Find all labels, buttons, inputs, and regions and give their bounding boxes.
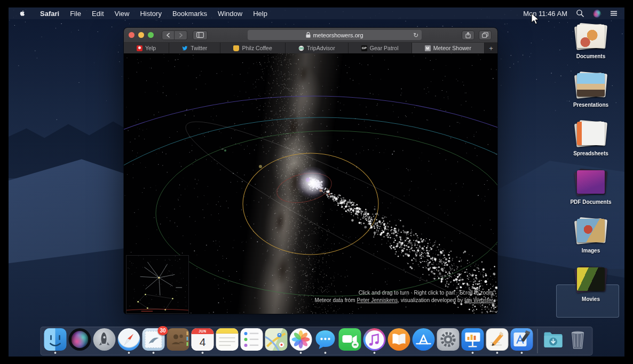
dock-books[interactable] bbox=[387, 328, 412, 354]
running-indicator bbox=[521, 352, 523, 354]
dock-calendar[interactable]: JUN4 bbox=[191, 328, 215, 354]
dock-finder[interactable] bbox=[43, 328, 68, 354]
stack-pdf-documents[interactable]: PDF Documents bbox=[561, 167, 620, 216]
lock-icon bbox=[306, 32, 311, 38]
tab-philz-coffee[interactable]: Philz Coffee bbox=[220, 43, 286, 53]
stack-presentations[interactable]: Presentations bbox=[561, 70, 620, 118]
back-button[interactable] bbox=[162, 30, 175, 40]
finder-icon bbox=[44, 328, 67, 351]
menu-item-file[interactable]: File bbox=[65, 10, 86, 18]
dock-safari[interactable] bbox=[117, 328, 141, 354]
stack-documents-icon bbox=[575, 22, 607, 50]
keynote-icon bbox=[462, 328, 484, 351]
dock-trash[interactable] bbox=[566, 328, 590, 354]
stack-images[interactable]: Images bbox=[561, 216, 620, 264]
controls-hint: Click and drag to turn · Right click to … bbox=[315, 289, 493, 297]
menu-item-history[interactable]: History bbox=[134, 10, 167, 18]
launchpad-icon bbox=[93, 328, 116, 351]
minimize-window-button[interactable] bbox=[138, 32, 144, 38]
forward-button[interactable] bbox=[175, 30, 187, 40]
dock-xcode[interactable] bbox=[510, 328, 534, 354]
tab-overview-button[interactable] bbox=[479, 30, 492, 40]
new-tab-button[interactable]: + bbox=[485, 43, 497, 53]
appstore-icon bbox=[413, 328, 435, 351]
notification-center-icon[interactable] bbox=[610, 9, 618, 18]
running-indicator bbox=[300, 352, 302, 354]
dock-pages[interactable] bbox=[485, 328, 510, 354]
siri-icon[interactable] bbox=[593, 10, 601, 18]
menu-bar-status: Mon 11:46 AM bbox=[523, 9, 618, 18]
messages-icon bbox=[314, 328, 337, 351]
menu-item-bookmarks[interactable]: Bookmarks bbox=[167, 10, 212, 18]
dock-mail-badge: 30 bbox=[157, 326, 168, 335]
running-indicator bbox=[128, 352, 130, 354]
tab-twitter[interactable]: Twitter bbox=[169, 43, 220, 53]
stack-spreadsheets[interactable]: Spreadsheets bbox=[561, 118, 620, 167]
dock-messages[interactable] bbox=[313, 328, 338, 354]
music-icon bbox=[363, 328, 386, 351]
sidebar-button[interactable] bbox=[193, 30, 208, 40]
stack-movies[interactable]: Movies bbox=[561, 264, 620, 313]
tab-meteor-shower[interactable]: MMeteor Shower bbox=[412, 43, 485, 53]
dock-maps[interactable] bbox=[264, 328, 289, 354]
dock-downloads[interactable] bbox=[541, 328, 566, 354]
menu-item-window[interactable]: Window bbox=[212, 10, 248, 18]
address-bar[interactable]: meteorshowers.org ↻ bbox=[248, 30, 422, 40]
credit-link-jenniskens[interactable]: Peter Jenniskens bbox=[357, 297, 398, 303]
stack-presentations-icon bbox=[575, 71, 607, 99]
tab-yelp[interactable]: ✱Yelp bbox=[124, 43, 169, 53]
pages-icon bbox=[486, 328, 509, 351]
running-indicator bbox=[472, 352, 474, 354]
dock: 30JUN4 bbox=[41, 327, 593, 355]
dock-contacts[interactable] bbox=[166, 328, 191, 354]
credit-link-webster[interactable]: Ian Webster bbox=[464, 297, 493, 303]
meteor-visualization[interactable]: Click and drag to turn · Right click to … bbox=[124, 53, 497, 314]
dock-reminders[interactable] bbox=[240, 328, 264, 354]
menu-item-view[interactable]: View bbox=[109, 10, 135, 18]
toolbar-right-buttons bbox=[462, 30, 492, 40]
tab-gear-patrol[interactable]: GPGear Patrol bbox=[349, 43, 412, 53]
menu-item-edit[interactable]: Edit bbox=[86, 10, 109, 18]
share-button[interactable] bbox=[462, 30, 474, 40]
nav-buttons bbox=[162, 30, 187, 40]
reload-icon[interactable]: ↻ bbox=[413, 32, 418, 38]
reminders-icon bbox=[241, 328, 263, 351]
stack-documents[interactable]: Documents bbox=[561, 21, 620, 70]
dock-facetime[interactable] bbox=[338, 328, 362, 354]
search-icon[interactable] bbox=[576, 9, 584, 18]
facetime-icon bbox=[339, 328, 361, 351]
dock-keynote[interactable] bbox=[461, 328, 485, 354]
stack-images-icon bbox=[575, 217, 607, 244]
dock-notes[interactable] bbox=[215, 328, 240, 354]
radiant-star-map bbox=[126, 255, 189, 314]
safari-icon bbox=[118, 328, 140, 351]
desktop-root: SafariFileEditViewHistoryBookmarksWindow… bbox=[0, 0, 633, 364]
zoom-window-button[interactable] bbox=[148, 32, 154, 38]
menu-clock[interactable]: Mon 11:46 AM bbox=[523, 10, 567, 18]
philz-favicon bbox=[233, 45, 239, 51]
tab-label: Meteor Shower bbox=[433, 45, 471, 51]
dock-mail[interactable]: 30 bbox=[141, 328, 166, 354]
tab-label: Twitter bbox=[191, 45, 207, 51]
systemprefs-icon bbox=[437, 328, 460, 351]
trash-icon bbox=[567, 328, 589, 351]
menu-item-help[interactable]: Help bbox=[248, 10, 273, 18]
safari-window: meteorshowers.org ↻ ✱YelpTwitterPhilz Co… bbox=[124, 28, 497, 314]
menu-item-safari[interactable]: Safari bbox=[35, 10, 65, 18]
dock-music[interactable] bbox=[362, 328, 387, 354]
dock-siri[interactable] bbox=[68, 328, 92, 354]
dock-separator bbox=[537, 329, 538, 353]
stack-label: Presentations bbox=[573, 102, 608, 108]
dock-app-store[interactable] bbox=[412, 328, 436, 354]
tab-tripadvisor[interactable]: TripAdvisor bbox=[286, 43, 349, 53]
dock-photos[interactable] bbox=[289, 328, 313, 354]
address-text: meteorshowers.org bbox=[313, 32, 363, 38]
dock-launchpad[interactable] bbox=[92, 328, 117, 354]
viz-hint-text: Click and drag to turn · Right click to … bbox=[315, 289, 493, 304]
apple-menu-icon[interactable] bbox=[18, 9, 26, 18]
twitter-favicon bbox=[182, 45, 188, 51]
downloads-icon bbox=[542, 328, 565, 351]
close-window-button[interactable] bbox=[129, 32, 134, 38]
dock-system-preferences[interactable] bbox=[436, 328, 461, 354]
tab-label: Philz Coffee bbox=[242, 45, 272, 51]
